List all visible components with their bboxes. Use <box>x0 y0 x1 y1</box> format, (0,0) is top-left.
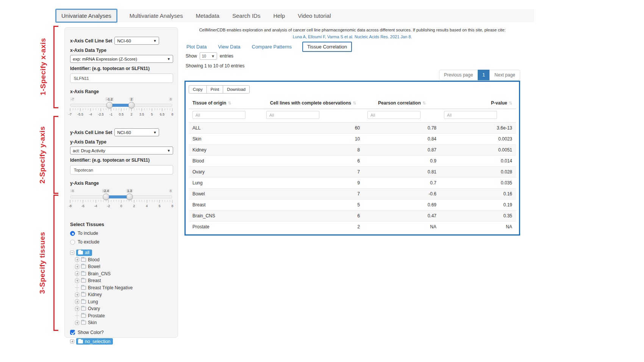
tree-node-breast[interactable]: Breast <box>75 277 172 284</box>
column-filter-input-p-value[interactable] <box>444 111 497 119</box>
sort-icon[interactable]: ⇅ <box>422 101 426 105</box>
folder-icon <box>81 286 86 290</box>
expand-plus-icon[interactable] <box>75 257 79 262</box>
nav-tab-help[interactable]: Help <box>272 10 286 21</box>
cell-pearson-correlation: 0.7 <box>364 178 440 189</box>
select-tissues-heading: Select Tissues <box>70 222 172 227</box>
expand-plus-icon[interactable] <box>75 321 79 325</box>
table-row[interactable]: Brain_CNS60.470.35 <box>189 211 516 222</box>
citation-link[interactable]: Luna A, Elloumi F, Varma S et al. Nuclei… <box>184 33 520 40</box>
tree-node-ovary[interactable]: Ovary <box>75 305 172 312</box>
slider-handle-low[interactable] <box>103 193 109 200</box>
nav-tab-multivariate-analyses[interactable]: Multivariate Analyses <box>129 10 184 21</box>
no-selection-chip[interactable]: no_selection <box>76 338 113 345</box>
folder-icon <box>81 300 86 304</box>
cell-cell-lines-with-complete-observations: 7 <box>263 167 364 178</box>
nav-tab-metadata[interactable]: Metadata <box>195 10 220 21</box>
expand-plus-icon[interactable] <box>75 307 79 311</box>
tree-node-all[interactable]: all <box>70 249 172 256</box>
page-length-row: Show 10 ▼ entries <box>186 52 233 60</box>
x-range-tick-label: -7 <box>69 112 72 116</box>
annotation-step1-bracket <box>53 26 58 108</box>
expand-plus-icon[interactable] <box>75 265 79 269</box>
folder-icon <box>81 307 86 311</box>
all-selected-chip[interactable]: all <box>76 250 92 256</box>
column-header-pearson-correlation[interactable]: Pearson correlation⇅ <box>364 97 440 109</box>
slider-handle-high[interactable] <box>126 193 133 200</box>
tree-node-breast-triple-negative[interactable]: Breast Triple Negative <box>75 284 172 292</box>
slider-handle-low[interactable] <box>106 102 113 108</box>
table-row[interactable]: Ovary70.810.028 <box>189 167 516 178</box>
tree-node-lung[interactable]: Lung <box>75 298 172 306</box>
table-row[interactable]: Kidney80.870.0051 <box>189 145 516 156</box>
table-row[interactable]: ALL600.783.6e-13 <box>189 123 516 134</box>
page-length-select[interactable]: 10 ▼ <box>200 52 217 60</box>
nav-tab-video-tutorial[interactable]: Video tutorial <box>297 10 331 21</box>
tree-node-kidney[interactable]: Kidney <box>75 291 172 298</box>
expand-plus-icon[interactable] <box>75 293 79 297</box>
y-data-type-select[interactable]: act: Drug Activity ▼ <box>70 147 173 154</box>
tree-node-bowel[interactable]: Bowel <box>75 263 172 270</box>
expand-plus-icon[interactable] <box>70 339 74 343</box>
tab-view-data[interactable]: View Data <box>217 42 241 51</box>
tree-node-brain-cns[interactable]: Brain_CNS <box>75 270 172 278</box>
column-header-cell-lines-with-complete-observations[interactable]: Cell lines with complete observations⇅ <box>263 97 364 109</box>
x-identifier-input[interactable] <box>70 73 173 83</box>
tree-node-skin[interactable]: Skin <box>75 319 172 326</box>
column-header-p-value[interactable]: P-value⇅ <box>440 97 516 109</box>
tab-plot-data[interactable]: Plot Data <box>186 42 207 51</box>
next-page-button[interactable]: Next page <box>489 70 520 80</box>
filter-cell <box>263 109 364 123</box>
tab-tissue-correlation[interactable]: Tissue Correlation <box>302 42 352 52</box>
x-cell-line-set-select[interactable]: NCI-60 ▼ <box>114 37 159 45</box>
previous-page-button[interactable]: Previous page <box>439 70 478 80</box>
slider-major-tick <box>95 200 96 203</box>
table-row[interactable]: Skin100.840.0023 <box>189 134 516 145</box>
download-button[interactable]: Download <box>223 85 250 94</box>
sort-icon[interactable]: ⇅ <box>509 101 512 105</box>
tree-node-prostate[interactable]: Prostate <box>75 312 172 320</box>
table-row[interactable]: Breast50.690.19 <box>189 200 516 211</box>
expand-plus-icon[interactable] <box>75 300 79 304</box>
tree-node-label: Ovary <box>88 306 100 311</box>
x-range-tick-label: -2.5 <box>98 112 104 116</box>
show-color-checkbox[interactable]: Show Color? <box>70 330 172 335</box>
table-row[interactable]: Prostate2NANA <box>189 222 516 232</box>
y-data-type-value: act: Drug Activity <box>73 148 105 153</box>
sort-icon[interactable]: ⇅ <box>353 101 356 105</box>
x-range-slider[interactable]: -78-1.22-7-5.5-4-2.5-10.523.556.58 <box>70 97 172 119</box>
slider-major-tick <box>147 200 147 203</box>
cellminercdb-page: 1-Specify x-axis 2-Specify y-axis 3-Spec… <box>0 0 644 362</box>
tissues-exclude-radio[interactable]: To exclude <box>70 239 172 245</box>
entries-label: entries <box>220 53 233 59</box>
column-filter-input-cell-lines-with-complete-observations[interactable] <box>266 111 319 119</box>
nav-tab-search-ids[interactable]: Search IDs <box>231 10 261 21</box>
y-cell-line-set-row: y-Axis Cell Line Set NCI-60 ▼ <box>70 128 172 136</box>
tree-node-no-selection[interactable]: no_selection <box>70 338 172 345</box>
checkbox-checked-icon <box>70 330 75 335</box>
copy-button[interactable]: Copy <box>189 85 207 94</box>
table-row[interactable]: Blood60.90.014 <box>189 156 516 167</box>
print-button[interactable]: Print <box>206 85 224 94</box>
annotation-step3-text: 3-Specify tissues <box>38 232 47 294</box>
y-range-slider[interactable]: -88-2.41.3-8-6-4-202468 <box>70 189 172 210</box>
page-1-button[interactable]: 1 <box>478 70 490 80</box>
nav-tab-univariate-analyses[interactable]: Univariate Analyses <box>55 9 117 23</box>
sort-icon[interactable]: ⇅ <box>228 101 231 105</box>
y-cell-line-set-select[interactable]: NCI-60 ▼ <box>114 128 159 136</box>
tab-compare-patterns[interactable]: Compare Patterns <box>251 42 293 51</box>
table-row[interactable]: Bowel7-0.60.16 <box>189 189 516 200</box>
tree-node-blood[interactable]: Blood <box>75 256 172 264</box>
collapse-minus-icon[interactable] <box>70 251 74 255</box>
tissues-include-radio[interactable]: To include <box>70 231 172 236</box>
column-header-tissue-of-origin[interactable]: Tissue of origin⇅ <box>189 97 263 109</box>
expand-plus-icon[interactable] <box>75 272 79 276</box>
expand-plus-icon[interactable] <box>75 279 79 283</box>
y-identifier-input[interactable] <box>70 165 173 175</box>
slider-handle-high[interactable] <box>128 102 135 108</box>
slider-major-tick <box>121 200 122 203</box>
column-filter-input-pearson-correlation[interactable] <box>367 111 420 119</box>
table-row[interactable]: Lung90.70.035 <box>189 178 516 189</box>
x-data-type-select[interactable]: exp: mRNA Expression (Z-Score) ▼ <box>70 55 173 63</box>
column-filter-input-tissue-of-origin[interactable] <box>192 111 245 119</box>
